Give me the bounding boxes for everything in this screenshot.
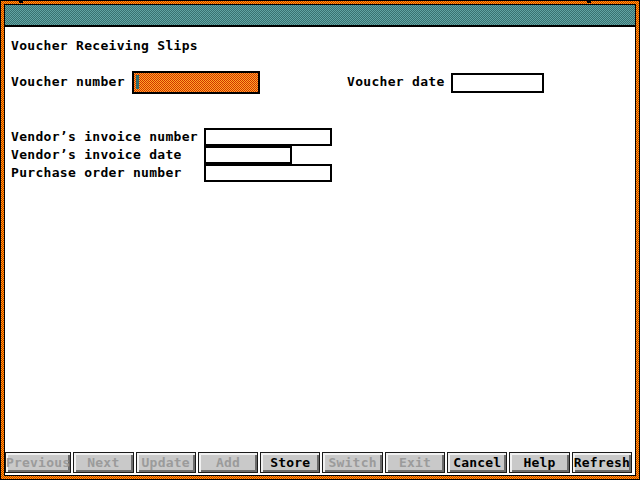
purchase-order-number-label: Purchase order number <box>11 165 182 180</box>
voucher-number-label: Voucher number <box>11 74 125 89</box>
vendor-invoice-date-label: Vendor’s invoice date <box>11 147 182 162</box>
frame-notch <box>587 0 591 3</box>
action-button-bar: Previous Next Update Add Store Switch Ex… <box>5 452 632 473</box>
previous-button[interactable]: Previous <box>5 452 71 473</box>
text-cursor <box>136 75 139 89</box>
form-area: Voucher Receiving Slips Voucher number V… <box>5 27 635 475</box>
purchase-order-number-field[interactable] <box>204 164 332 182</box>
voucher-number-field[interactable] <box>132 71 260 94</box>
vendor-invoice-date-field[interactable] <box>204 146 292 164</box>
add-button[interactable]: Add <box>198 452 258 473</box>
voucher-date-field[interactable] <box>451 73 544 93</box>
switch-button[interactable]: Switch <box>322 452 382 473</box>
window-titlebar[interactable] <box>5 5 635 27</box>
frame-notch <box>19 0 23 3</box>
update-button[interactable]: Update <box>136 452 196 473</box>
application-window: Voucher Receiving Slips Voucher number V… <box>4 4 636 476</box>
vendor-invoice-number-field[interactable] <box>204 128 332 146</box>
help-button[interactable]: Help <box>509 452 569 473</box>
store-button[interactable]: Store <box>260 452 320 473</box>
application-screen: Voucher Receiving Slips Voucher number V… <box>0 0 640 480</box>
voucher-date-label: Voucher date <box>347 74 445 89</box>
next-button[interactable]: Next <box>73 452 133 473</box>
page-title: Voucher Receiving Slips <box>11 38 198 53</box>
refresh-button[interactable]: Refresh <box>572 452 632 473</box>
exit-button[interactable]: Exit <box>385 452 445 473</box>
cancel-button[interactable]: Cancel <box>447 452 507 473</box>
vendor-invoice-number-label: Vendor’s invoice number <box>11 129 198 144</box>
